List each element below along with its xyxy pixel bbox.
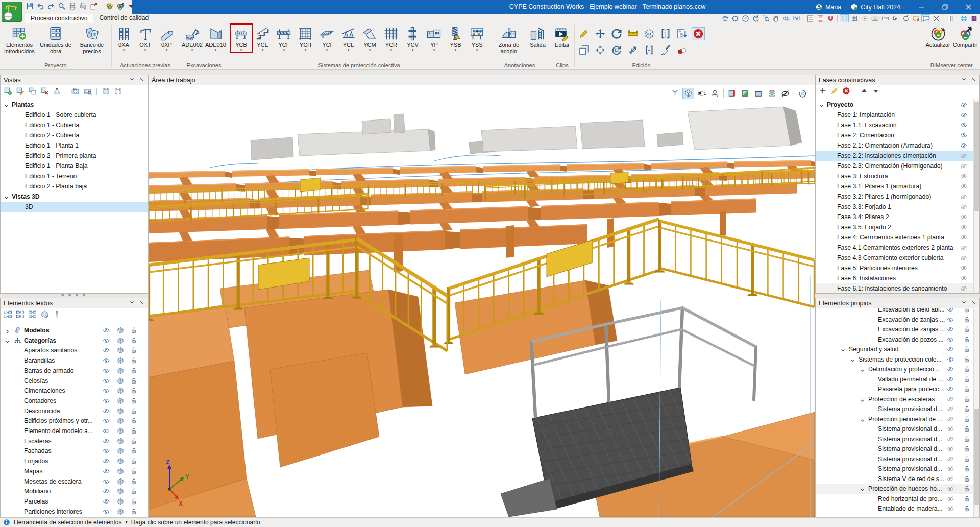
ribbon-button-banco-de-precios[interactable]: €$Banco de precios bbox=[74, 25, 110, 55]
view-item-edificio-2-planta-baja[interactable]: Edificio 2 - Planta baja bbox=[1, 181, 148, 191]
view-delete-button[interactable] bbox=[40, 87, 49, 98]
erase-button[interactable] bbox=[675, 43, 689, 57]
measure-button[interactable] bbox=[626, 27, 640, 40]
section-green-button[interactable] bbox=[740, 88, 751, 99]
axes-button[interactable] bbox=[669, 88, 681, 99]
panel-close-button[interactable] bbox=[971, 300, 976, 307]
tree-c-button[interactable] bbox=[28, 310, 37, 321]
ribbon-button-ycv[interactable]: YCV▾ bbox=[402, 25, 423, 52]
view-item-edificio-1-planta-baja[interactable]: Edificio 1 - Planta Baja bbox=[1, 161, 148, 171]
ribbon-button-actualizar[interactable]: Actualizar bbox=[924, 25, 951, 49]
zoom-extents-button[interactable] bbox=[730, 14, 740, 22]
ribbon-button-unidades-de-obra[interactable]: Unidades de obra bbox=[38, 25, 74, 55]
qat-export-button[interactable] bbox=[90, 2, 98, 12]
zoom-x2-button[interactable]: x2 bbox=[741, 14, 750, 22]
phase-fase-3-estructura[interactable]: Fase 3: Estructura bbox=[816, 171, 979, 181]
qat-find-button[interactable] bbox=[58, 2, 66, 12]
own-element-entablado-de-madera[interactable]: Entablado de madera... bbox=[816, 504, 979, 514]
scale-ref-button[interactable]: 1.00 bbox=[880, 14, 890, 22]
snap-point-button[interactable] bbox=[860, 14, 869, 22]
panel-collapse-button[interactable] bbox=[961, 300, 967, 307]
tools-button[interactable] bbox=[932, 14, 941, 22]
own-element-sistema-v-de-red-de-s[interactable]: Sistema V de red de s... bbox=[816, 474, 979, 484]
view-item-edificio-1-cubierta[interactable]: Edificio 1 - Cubierta bbox=[1, 120, 148, 130]
view-new-button[interactable] bbox=[4, 87, 12, 98]
snap-magnet-button[interactable] bbox=[826, 14, 835, 22]
tab-control-de-calidad[interactable]: Control de calidad bbox=[93, 14, 154, 23]
own-element-excavaci-n-de-pozos[interactable]: Excavación de pozos ... bbox=[816, 334, 979, 345]
pick-button[interactable] bbox=[891, 14, 900, 22]
panel-resize-handle[interactable]: ■ ■ ■ ■ bbox=[0, 293, 148, 297]
ribbon-button-salida[interactable]: Salida bbox=[527, 25, 548, 49]
ribbon-button-zona-de-acopio[interactable]: Zona de acopio bbox=[491, 25, 527, 55]
own-element-excavaci-n-de-zanjas[interactable]: Excavación de zanjas ... bbox=[816, 315, 979, 325]
own-element-pasarela-para-protecc[interactable]: Pasarela para protecc... bbox=[816, 384, 979, 394]
read-element-edificios-pr-ximos-y-otr[interactable]: Edificios próximos y otr... bbox=[1, 416, 148, 426]
tree-a-button[interactable] bbox=[4, 310, 12, 321]
redraw-button[interactable] bbox=[751, 14, 760, 22]
dxf-edit-button[interactable]: DXF bbox=[816, 14, 825, 22]
orbit-view-button[interactable] bbox=[720, 14, 729, 22]
ribbon-button-yss[interactable]: YSS▾ bbox=[467, 25, 487, 52]
panel-collapse-button[interactable] bbox=[129, 77, 135, 84]
ribbon-button-ade002[interactable]: ADE002▾ bbox=[181, 25, 204, 52]
ribbon-button-yci[interactable]: YCI▾ bbox=[316, 25, 337, 52]
own-elements-scrollbar[interactable] bbox=[973, 309, 979, 517]
own-element-seguridad-y-salud[interactable]: Seguridad y salud bbox=[816, 344, 979, 354]
read-element-fachadas[interactable]: Fachadas bbox=[1, 446, 148, 456]
up-button[interactable] bbox=[860, 87, 868, 97]
section-plane-button[interactable] bbox=[753, 88, 765, 99]
qat-plot-button[interactable] bbox=[79, 2, 87, 12]
own-element-sistema-provisional-d[interactable]: Sistema provisional d... bbox=[816, 444, 979, 454]
help-button[interactable]: ? bbox=[969, 14, 978, 22]
down-button[interactable] bbox=[872, 87, 880, 97]
orbit-button[interactable] bbox=[781, 14, 791, 22]
view-item-edificio-2-cubierta[interactable]: Edificio 2 - Cubierta bbox=[1, 130, 148, 140]
read-element-cimentaciones[interactable]: Cimentaciones bbox=[1, 386, 148, 396]
ribbon-button-oxt[interactable]: OXT▾ bbox=[135, 25, 156, 52]
brush-button[interactable] bbox=[659, 43, 672, 57]
panel-collapse-button[interactable] bbox=[129, 300, 135, 307]
app-icon[interactable] bbox=[2, 2, 22, 22]
ribbon-button-compartir[interactable]: Compartir bbox=[952, 25, 978, 49]
rotate-copy-button[interactable] bbox=[610, 43, 623, 57]
ribbon-button-ycf[interactable]: YCF▾ bbox=[274, 25, 295, 52]
invert-button[interactable] bbox=[643, 43, 656, 57]
minimize-button[interactable] bbox=[910, 0, 933, 14]
ribbon-button-0xa[interactable]: 0XA▾ bbox=[113, 25, 134, 52]
read-element-modelos[interactable]: Modelos bbox=[1, 325, 148, 336]
panel-collapse-button[interactable] bbox=[961, 77, 967, 84]
send-view-button[interactable] bbox=[792, 14, 801, 22]
symmetry-button[interactable] bbox=[594, 43, 607, 57]
panel-close-button[interactable] bbox=[971, 77, 976, 84]
phases-scrollbar[interactable] bbox=[973, 99, 979, 293]
read-element-celos-as[interactable]: Celosías bbox=[1, 376, 148, 386]
read-element-mapas[interactable]: Mapas bbox=[1, 466, 148, 476]
qat-save-button[interactable] bbox=[26, 2, 34, 12]
edit-button[interactable] bbox=[830, 87, 839, 97]
view-item-edificio-1-planta-1[interactable]: Edificio 1 - Planta 1 bbox=[1, 140, 148, 151]
phase-fase-6-1-instalaciones-de-saneamiento[interactable]: Fase 6.1: Instalaciones de saneamiento bbox=[816, 283, 979, 293]
phase-fase-2-3-cimentaci-n-hormigonado[interactable]: Fase 2.3: Cimentación (Hormigonado) bbox=[816, 161, 979, 171]
capture-button[interactable] bbox=[71, 87, 80, 98]
ribbon-button-0xp[interactable]: 0XP▾ bbox=[156, 25, 177, 52]
tree-b-button[interactable] bbox=[16, 310, 24, 321]
read-element-barandillas[interactable]: Barandillas bbox=[1, 355, 148, 366]
read-element-mesetas-de-escalera[interactable]: Mesetas de escalera bbox=[1, 476, 148, 487]
own-element-delimitaci-n-y-protecci[interactable]: Delimitación y protecció... bbox=[816, 364, 979, 374]
comment-button[interactable] bbox=[921, 14, 930, 22]
zoom-window-button[interactable] bbox=[761, 14, 770, 22]
ribbon-button-ysb[interactable]: YSB▾ bbox=[445, 25, 466, 52]
spin-view-button[interactable] bbox=[797, 88, 808, 99]
delete-button[interactable] bbox=[692, 27, 705, 40]
view-item-edificio-1-sobre-cubierta[interactable]: Edificio 1 - Sobre cubierta bbox=[1, 110, 148, 120]
rotate-button[interactable] bbox=[610, 27, 623, 40]
ribbon-button-ycb[interactable]: YCB▾ bbox=[231, 25, 252, 52]
view-angle-button[interactable] bbox=[53, 87, 61, 98]
phase-fase-2-1-cimentaci-n-armadura[interactable]: Fase 2.1: Cimentación (Armadura) bbox=[816, 140, 979, 151]
isolate-button[interactable] bbox=[40, 310, 49, 321]
read-element-desconocida[interactable]: Desconocida bbox=[1, 406, 148, 416]
read-element-particiones-interiores[interactable]: Particiones interiores bbox=[1, 507, 148, 517]
hide-elements-button[interactable] bbox=[779, 88, 791, 99]
stretch-button[interactable] bbox=[626, 43, 640, 57]
